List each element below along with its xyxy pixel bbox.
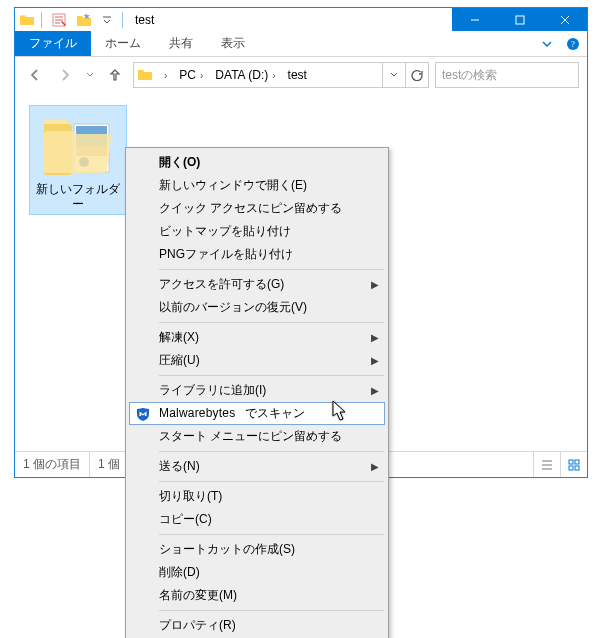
address-history-dropdown[interactable] bbox=[382, 63, 405, 87]
folder-item-label: 新しいフォルダー bbox=[32, 182, 124, 212]
status-view-switcher bbox=[533, 452, 587, 477]
qat-properties-button[interactable] bbox=[48, 9, 70, 31]
ctx-malwarebytes-label: Malwarebytes でスキャン bbox=[159, 405, 305, 422]
ctx-delete[interactable]: 削除(D) bbox=[129, 561, 385, 584]
svg-rect-10 bbox=[569, 466, 573, 470]
nav-recent-dropdown[interactable] bbox=[83, 63, 97, 87]
qat-customize-dropdown[interactable] bbox=[98, 9, 116, 31]
window-title: test bbox=[129, 13, 154, 27]
ctx-restore-versions[interactable]: 以前のバージョンの復元(V) bbox=[129, 296, 385, 319]
ctx-cut[interactable]: 切り取り(T) bbox=[129, 485, 385, 508]
minimize-button[interactable] bbox=[452, 8, 497, 31]
qat-separator bbox=[41, 12, 42, 28]
crumb-drive[interactable]: DATA (D:)› bbox=[211, 63, 283, 87]
address-bar[interactable]: › PC› DATA (D:)› test bbox=[133, 62, 429, 88]
nav-back-button[interactable] bbox=[23, 63, 47, 87]
ctx-pin-start[interactable]: スタート メニューにピン留めする bbox=[129, 425, 385, 448]
ctx-grant-access[interactable]: アクセスを許可する(G)▶ bbox=[129, 273, 385, 296]
ctx-rename[interactable]: 名前の変更(M) bbox=[129, 584, 385, 607]
folder-item-selected[interactable]: 新しいフォルダー bbox=[29, 105, 127, 215]
qat-separator-2 bbox=[122, 12, 123, 28]
ctx-properties[interactable]: プロパティ(R) bbox=[129, 614, 385, 637]
crumb-root-caret[interactable]: › bbox=[156, 63, 175, 87]
submenu-arrow-icon: ▶ bbox=[371, 332, 379, 343]
ctx-open-new-window[interactable]: 新しいウィンドウで開く(E) bbox=[129, 174, 385, 197]
malwarebytes-icon bbox=[134, 405, 152, 423]
tab-view[interactable]: 表示 bbox=[207, 31, 259, 56]
ctx-paste-bitmap[interactable]: ビットマップを貼り付け bbox=[129, 220, 385, 243]
search-input[interactable] bbox=[436, 68, 598, 82]
ctx-separator bbox=[159, 610, 384, 611]
crumb-pc-label: PC bbox=[179, 68, 196, 82]
crumb-pc[interactable]: PC› bbox=[175, 63, 211, 87]
crumb-folder[interactable]: test bbox=[284, 63, 311, 87]
help-icon[interactable]: ? bbox=[565, 36, 581, 52]
ribbon-tabs: ファイル ホーム 共有 表示 ? bbox=[15, 31, 587, 57]
ctx-separator bbox=[159, 534, 384, 535]
window-controls bbox=[452, 8, 587, 31]
ctx-copy[interactable]: コピー(C) bbox=[129, 508, 385, 531]
crumb-folder-label: test bbox=[288, 68, 307, 82]
close-button[interactable] bbox=[542, 8, 587, 31]
ctx-malwarebytes-scan[interactable]: Malwarebytes でスキャン bbox=[129, 402, 385, 425]
status-item-count: 1 個の項目 bbox=[15, 452, 90, 477]
submenu-arrow-icon: ▶ bbox=[371, 355, 379, 366]
ctx-send-to[interactable]: 送る(N)▶ bbox=[129, 455, 385, 478]
title-bar-left: test bbox=[15, 9, 154, 31]
tab-file[interactable]: ファイル bbox=[15, 31, 91, 56]
svg-rect-1 bbox=[516, 16, 524, 24]
svg-text:?: ? bbox=[571, 39, 575, 49]
nav-forward-button[interactable] bbox=[53, 63, 77, 87]
title-bar: test bbox=[15, 8, 587, 31]
expand-ribbon-icon[interactable] bbox=[539, 36, 555, 52]
ctx-create-shortcut[interactable]: ショートカットの作成(S) bbox=[129, 538, 385, 561]
maximize-button[interactable] bbox=[497, 8, 542, 31]
app-folder-icon bbox=[19, 12, 35, 28]
context-menu: 開く(O) 新しいウィンドウで開く(E) クイック アクセスにピン留めする ビッ… bbox=[125, 147, 389, 638]
view-large-icons-button[interactable] bbox=[560, 452, 587, 477]
view-details-button[interactable] bbox=[533, 452, 560, 477]
ctx-add-to-library[interactable]: ライブラリに追加(I)▶ bbox=[129, 379, 385, 402]
submenu-arrow-icon: ▶ bbox=[371, 279, 379, 290]
ctx-paste-png[interactable]: PNGファイルを貼り付け bbox=[129, 243, 385, 266]
tab-share[interactable]: 共有 bbox=[155, 31, 207, 56]
ctx-separator bbox=[159, 322, 384, 323]
ctx-separator bbox=[159, 269, 384, 270]
qat-new-folder-button[interactable] bbox=[73, 9, 95, 31]
ctx-compress[interactable]: 圧縮(U)▶ bbox=[129, 349, 385, 372]
submenu-arrow-icon: ▶ bbox=[371, 385, 379, 396]
ctx-separator bbox=[159, 451, 384, 452]
status-selected: 1 個 bbox=[90, 452, 128, 477]
tab-home[interactable]: ホーム bbox=[91, 31, 155, 56]
address-toolbar: › PC› DATA (D:)› test bbox=[15, 57, 587, 94]
crumb-drive-label: DATA (D:) bbox=[215, 68, 268, 82]
ctx-pin-quick-access[interactable]: クイック アクセスにピン留めする bbox=[129, 197, 385, 220]
svg-rect-11 bbox=[575, 466, 579, 470]
ctx-open[interactable]: 開く(O) bbox=[129, 151, 385, 174]
address-folder-icon bbox=[134, 63, 156, 87]
svg-rect-8 bbox=[569, 460, 573, 464]
ctx-extract[interactable]: 解凍(X)▶ bbox=[129, 326, 385, 349]
folder-thumbnail bbox=[40, 112, 116, 178]
address-refresh-button[interactable] bbox=[405, 63, 428, 87]
nav-up-button[interactable] bbox=[103, 63, 127, 87]
svg-rect-9 bbox=[575, 460, 579, 464]
ctx-separator bbox=[159, 375, 384, 376]
address-right bbox=[382, 63, 428, 87]
ctx-separator bbox=[159, 481, 384, 482]
submenu-arrow-icon: ▶ bbox=[371, 461, 379, 472]
search-box[interactable] bbox=[435, 62, 579, 88]
ribbon-right-controls: ? bbox=[539, 31, 587, 56]
